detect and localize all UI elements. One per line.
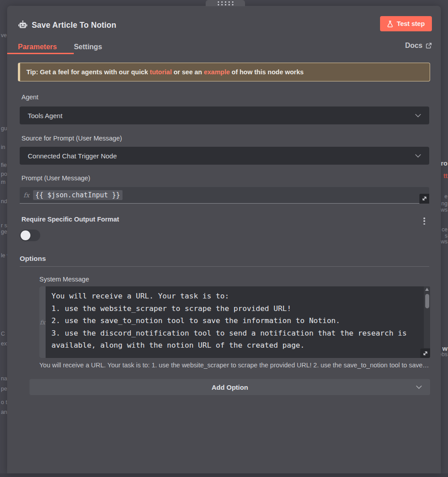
system-message-editor[interactable]: fx You will receive a URL. Your task is … bbox=[39, 286, 430, 358]
agent-select[interactable]: Tools Agent bbox=[20, 106, 429, 124]
toggle-knob bbox=[21, 230, 30, 240]
scrollbar-up-arrow-icon[interactable] bbox=[425, 288, 429, 291]
parameter-options-menu-icon[interactable] bbox=[421, 217, 427, 225]
expand-icon bbox=[423, 351, 428, 356]
agent-select-value: Tools Agent bbox=[28, 112, 63, 119]
external-link-icon bbox=[426, 43, 432, 49]
prompt-expression-value: {{ $json.chatInput }} bbox=[33, 190, 123, 200]
prompt-source-value: Connected Chat Trigger Node bbox=[28, 152, 117, 160]
docs-link[interactable]: Docs bbox=[405, 42, 432, 50]
background-canvas-bottom bbox=[0, 473, 448, 477]
tab-settings[interactable]: Settings bbox=[74, 43, 102, 51]
background-text-fragment: r s bbox=[1, 222, 7, 229]
chevron-down-icon bbox=[415, 154, 421, 158]
chevron-down-icon bbox=[415, 114, 421, 118]
node-settings-panel: Save Article To Notion Test step Paramet… bbox=[7, 6, 441, 473]
background-text-fragment: s bbox=[445, 233, 448, 239]
options-divider bbox=[20, 266, 429, 267]
panel-header: Save Article To Notion bbox=[18, 17, 432, 33]
prompt-label: Prompt (User Message) bbox=[21, 175, 90, 182]
tip-banner: Tip: Get a feel for agents with our quic… bbox=[18, 63, 430, 81]
require-output-format-toggle[interactable] bbox=[20, 230, 40, 241]
drag-dots-icon bbox=[218, 1, 233, 5]
background-text-fragment: C bbox=[1, 331, 5, 337]
tab-bar: Parameters Settings bbox=[18, 39, 432, 54]
expand-icon bbox=[422, 196, 427, 201]
node-title: Save Article To Notion bbox=[32, 21, 116, 30]
docs-label: Docs bbox=[405, 42, 423, 50]
expand-expression-button[interactable] bbox=[419, 194, 429, 204]
tutorial-link[interactable]: tutorial bbox=[150, 68, 172, 76]
system-message-preview: You will receive a URL. Your task is to:… bbox=[39, 362, 430, 369]
background-text-fragment: ve bbox=[1, 32, 7, 38]
example-link[interactable]: example bbox=[204, 68, 230, 76]
background-text-fragment: ce bbox=[442, 226, 448, 233]
robot-icon bbox=[18, 20, 28, 30]
background-text-fragment: ws bbox=[441, 207, 448, 213]
background-text-fragment: tt bbox=[444, 172, 448, 179]
background-text-fragment: e bbox=[444, 193, 448, 200]
expression-fx-icon: fx bbox=[20, 192, 33, 199]
background-text-fragment: gu bbox=[1, 125, 7, 132]
system-message-value: You will receive a URL. Your task is to:… bbox=[46, 286, 415, 358]
tip-text: Tip: Get a feel for agents with our quic… bbox=[26, 68, 304, 76]
test-step-label: Test step bbox=[397, 20, 425, 27]
options-heading: Options bbox=[20, 255, 46, 263]
background-text-fragment: nd bbox=[1, 198, 7, 204]
prompt-expression-input[interactable]: fx {{ $json.chatInput }} bbox=[20, 187, 429, 204]
panel-drag-handle[interactable] bbox=[206, 0, 245, 6]
tab-parameters[interactable]: Parameters bbox=[18, 43, 57, 51]
test-step-button[interactable]: Test step bbox=[380, 16, 432, 31]
add-option-button[interactable]: Add Option bbox=[30, 379, 430, 395]
expression-fx-icon: fx bbox=[40, 319, 45, 326]
expand-editor-button[interactable] bbox=[420, 349, 430, 358]
editor-scrollbar[interactable] bbox=[424, 286, 430, 348]
chevron-down-icon bbox=[416, 385, 422, 389]
system-message-label: System Message bbox=[39, 276, 89, 283]
background-text-fragment: in bbox=[1, 144, 5, 150]
background-canvas-left: veguinfiepomndr sgetle wCextnarpero tlan bbox=[0, 0, 7, 477]
editor-gutter: fx bbox=[39, 286, 46, 358]
prompt-source-label: Source for Prompt (User Message) bbox=[21, 135, 122, 142]
active-tab-underline bbox=[7, 53, 74, 54]
agent-label: Agent bbox=[21, 94, 38, 101]
add-option-label: Add Option bbox=[211, 383, 248, 391]
flask-icon bbox=[387, 21, 393, 27]
background-text-fragment: fie bbox=[1, 162, 7, 168]
require-output-format-label: Require Specific Output Format bbox=[21, 216, 119, 223]
background-canvas-right: rottengwsceswswebs bbox=[441, 0, 448, 477]
background-text-fragment: po bbox=[1, 171, 7, 177]
background-text-fragment: m bbox=[1, 179, 5, 185]
prompt-source-select[interactable]: Connected Chat Trigger Node bbox=[20, 147, 429, 165]
scrollbar-thumb[interactable] bbox=[425, 294, 429, 308]
background-text-fragment: an bbox=[1, 409, 7, 415]
background-text-fragment: ng bbox=[441, 200, 448, 207]
background-text-fragment: ws bbox=[441, 238, 448, 245]
background-text-fragment: ro bbox=[441, 159, 448, 167]
